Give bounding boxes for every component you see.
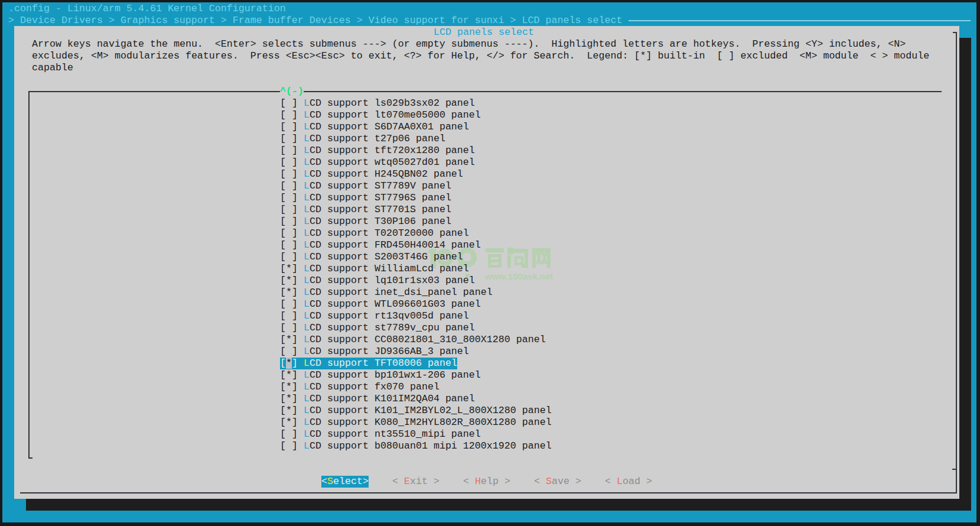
- svg-text:www.100ask.net: www.100ask.net: [484, 271, 553, 281]
